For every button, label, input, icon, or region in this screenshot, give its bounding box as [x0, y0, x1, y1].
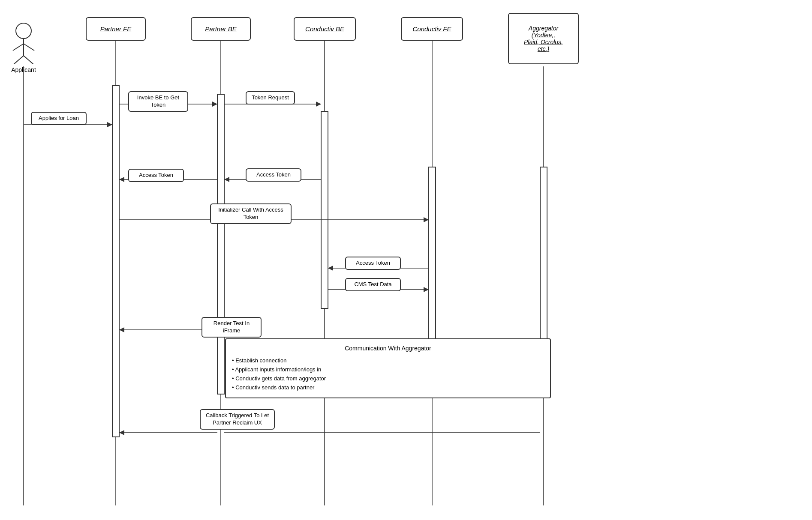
svg-marker-14 [212, 102, 217, 107]
svg-rect-9 [429, 167, 436, 364]
invoke-be-label: Invoke BE to Get Token [128, 91, 188, 112]
partner-be-box: Partner BE [191, 17, 251, 41]
svg-marker-22 [424, 217, 429, 222]
access-token-1-label: Access Token [128, 169, 184, 182]
comm-bullet1: • Establish connection [232, 356, 544, 365]
comm-bullet3: • Conductiv gets data from aggregator [232, 374, 544, 383]
comm-title: Communication With Aggregator [232, 344, 544, 353]
svg-line-38 [14, 56, 24, 64]
callback-triggered-label: Callback Triggered To Let Partner Reclai… [200, 409, 275, 430]
access-token-2-label: Access Token [246, 168, 301, 182]
comm-aggregator-box: Communication With Aggregator • Establis… [225, 338, 551, 398]
svg-marker-16 [316, 102, 321, 107]
svg-marker-26 [424, 287, 429, 292]
aggregator-line2: (Yodlee,, [532, 32, 555, 39]
arrows-svg [0, 0, 812, 520]
diagram-container: Applicant Partner FE Partner BE Conducti… [0, 0, 812, 520]
svg-rect-7 [217, 94, 224, 394]
svg-marker-28 [119, 327, 124, 332]
applicant-actor: Applicant [9, 21, 38, 73]
aggregator-line3: Plaid, Ocrolus, [524, 39, 563, 45]
svg-line-37 [24, 44, 34, 51]
applicant-stick-figure [9, 21, 38, 64]
conductiv-be-box: Conductiv BE [294, 17, 356, 41]
svg-line-36 [13, 44, 24, 51]
partner-fe-box: Partner FE [86, 17, 146, 41]
svg-marker-20 [119, 177, 124, 182]
aggregator-line1: Aggregator [529, 25, 558, 32]
comm-bullet4: • Conductiv sends data to partner [232, 383, 544, 392]
svg-rect-10 [540, 167, 547, 364]
access-token-3-label: Access Token [345, 257, 401, 270]
applies-for-loan-label: Applies for Loan [31, 112, 87, 125]
initializer-call-label: Initializer Call With Access Token [210, 203, 292, 224]
applicant-label: Applicant [9, 66, 38, 73]
svg-point-34 [16, 23, 31, 39]
comm-bullet2: • Applicant inputs information/logs in [232, 365, 544, 374]
svg-marker-32 [119, 430, 124, 435]
cms-test-data-label: CMS Test Data [345, 278, 401, 291]
svg-line-39 [24, 56, 33, 64]
token-request-label: Token Request [246, 91, 295, 105]
svg-rect-8 [321, 111, 328, 308]
aggregator-box: Aggregator (Yodlee,, Plaid, Ocrolus, etc… [508, 13, 579, 64]
svg-marker-18 [224, 177, 229, 182]
conductiv-fe-box: Conductiv FE [401, 17, 463, 41]
render-test-label: Render Test In iFrame [201, 317, 262, 338]
svg-rect-6 [112, 86, 119, 437]
aggregator-line4: etc.) [538, 45, 549, 52]
svg-marker-12 [107, 122, 112, 127]
svg-marker-24 [328, 266, 333, 271]
